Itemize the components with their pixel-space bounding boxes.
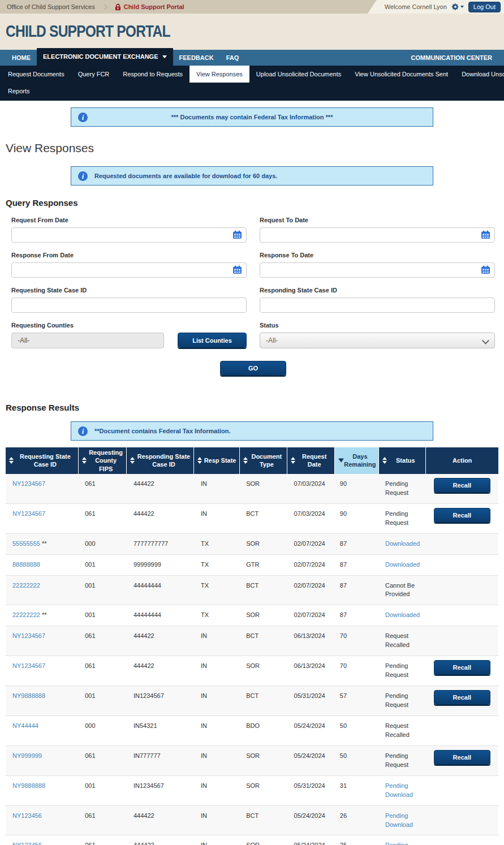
status-link[interactable]: Downloaded: [385, 611, 420, 620]
county-fips-cell: 001: [78, 605, 127, 626]
subnav-item-upload-unsolicited-documents[interactable]: Upload Unsolicited Documents: [249, 66, 348, 83]
calendar-icon[interactable]: [481, 265, 490, 277]
triangle-up-icon: [243, 457, 248, 460]
sort-desc-icon[interactable]: [338, 459, 344, 463]
settings-menu[interactable]: [451, 3, 464, 11]
subnav-item-request-documents[interactable]: Request Documents: [1, 66, 71, 83]
table-row: 8888888800199999999TXGTR02/07/202487Down…: [6, 554, 498, 575]
case-id-link[interactable]: NY123456: [12, 812, 42, 819]
sub-nav: Request DocumentsQuery FCRRespond to Req…: [0, 66, 504, 101]
subnav-item-view-unsolicited-documents-sent[interactable]: View Unsolicited Documents Sent: [348, 66, 455, 83]
nav-item-electronic-document-exchange[interactable]: ELECTRONIC DOCUMENT EXCHANGE: [37, 48, 173, 66]
request-to-date-input[interactable]: [260, 227, 495, 243]
status-link[interactable]: Pending Download: [385, 841, 423, 845]
logout-button[interactable]: Log Out: [468, 2, 501, 12]
results-section: Response Results i **Document contains F…: [0, 403, 504, 845]
case-id-link[interactable]: NY1234567: [12, 510, 45, 517]
request-date-cell: 02/07/2024: [287, 575, 335, 605]
recall-button[interactable]: Recall: [434, 690, 490, 705]
sort-icon[interactable]: [197, 457, 202, 464]
column-header-document-type[interactable]: Document Type: [239, 447, 287, 474]
subnav-item-query-fcr[interactable]: Query FCR: [71, 66, 117, 83]
breadcrumb-portal[interactable]: Child Support Portal: [115, 3, 184, 11]
column-header-resp-state[interactable]: Resp State: [194, 447, 239, 474]
responding-case-id-input[interactable]: [260, 298, 495, 313]
column-header-days-remaining[interactable]: Days Remaining: [335, 447, 378, 474]
response-from-date-input[interactable]: [11, 262, 247, 278]
sort-icon[interactable]: [243, 457, 248, 464]
recall-button[interactable]: Recall: [434, 660, 490, 675]
action-cell: [426, 533, 498, 554]
subnav-item-reports[interactable]: Reports: [1, 83, 37, 100]
case-id-link[interactable]: 55555555: [12, 540, 40, 547]
column-header-label: Document Type: [251, 453, 282, 468]
case-id-link[interactable]: 22222222: [12, 582, 40, 589]
status-link[interactable]: Pending Download: [385, 812, 423, 830]
column-header-request-date[interactable]: Request Date: [287, 447, 335, 474]
document-type-cell: BDO: [239, 715, 287, 745]
case-id-link[interactable]: NY1234567: [12, 632, 45, 639]
status-cell: Downloaded: [378, 533, 426, 554]
info-icon: i: [78, 426, 88, 436]
action-cell: Recall: [426, 745, 498, 775]
request-date-cell: 02/07/2024: [287, 554, 335, 575]
nav-item-feedback[interactable]: FEEDBACK: [173, 50, 220, 66]
case-id-link[interactable]: NY9888888: [12, 692, 45, 699]
days-remaining-cell: 25: [335, 835, 378, 845]
response-results-table: Requesting State Case IDRequesting Count…: [6, 447, 498, 845]
case-id-link[interactable]: 88888888: [12, 561, 40, 568]
response-to-date-input[interactable]: [260, 262, 495, 278]
sort-icon[interactable]: [130, 457, 135, 464]
recall-button[interactable]: Recall: [434, 478, 490, 493]
status-text: Pending Request: [385, 752, 423, 770]
sort-icon[interactable]: [291, 457, 295, 464]
request-from-date-input[interactable]: [11, 227, 247, 243]
nav-item-faq[interactable]: FAQ: [220, 50, 245, 66]
requesting-case-cell: 22222222**: [6, 605, 78, 626]
recall-button[interactable]: Recall: [434, 508, 490, 523]
status-link[interactable]: Downloaded: [385, 561, 420, 570]
subnav-item-respond-to-requests[interactable]: Respond to Requests: [116, 66, 189, 83]
status-select[interactable]: -All-: [260, 333, 495, 348]
fti-top-banner: i *** Documents may contain Federal Tax …: [71, 107, 433, 127]
case-id-link[interactable]: NY999999: [12, 752, 42, 759]
column-header-requesting-county-fips[interactable]: Requesting County FIPS: [78, 447, 127, 474]
query-responses-title: Query Responses: [6, 198, 504, 208]
status-link[interactable]: Downloaded: [385, 540, 420, 549]
triangle-down-icon: [197, 461, 202, 464]
subnav-item-download-unsolicited-documents[interactable]: Download Unsolicited Documents: [455, 66, 504, 83]
go-button[interactable]: GO: [220, 361, 286, 376]
column-header-status[interactable]: Status: [378, 447, 426, 474]
case-id-link[interactable]: 22222222: [12, 611, 40, 618]
case-id-link[interactable]: NY1234567: [12, 662, 45, 669]
case-id-link[interactable]: NY9888888: [12, 782, 45, 789]
column-header-requesting-state-case-id[interactable]: Requesting State Case ID: [6, 447, 78, 474]
sort-icon[interactable]: [9, 457, 14, 464]
status-cell: Pending Download: [378, 805, 426, 835]
document-type-cell: BCT: [239, 503, 287, 533]
requesting-case-cell: NY9888888: [6, 686, 78, 716]
nav-item-communication-center[interactable]: COMMUNICATION CENTER: [405, 50, 498, 66]
column-header-responding-state-case-id[interactable]: Responding State Case ID: [127, 447, 194, 474]
case-id-link[interactable]: NY123456: [12, 842, 42, 845]
resp-state-cell: TX: [194, 575, 239, 605]
sort-icon[interactable]: [382, 457, 387, 464]
calendar-icon[interactable]: [232, 230, 242, 242]
recall-button[interactable]: Recall: [434, 750, 490, 765]
case-id-link[interactable]: NY44444: [12, 722, 38, 729]
case-id-link[interactable]: NY1234567: [12, 480, 45, 487]
list-counties-button[interactable]: List Counties: [178, 333, 247, 348]
calendar-icon[interactable]: [232, 265, 242, 277]
calendar-icon[interactable]: [481, 230, 490, 242]
requesting-case-cell: NY1234567: [6, 474, 78, 503]
sort-icon[interactable]: [82, 457, 87, 464]
document-type-cell: SOR: [239, 745, 287, 775]
days-remaining-cell: 57: [335, 686, 378, 716]
responding-case-cell: 444422: [127, 656, 194, 686]
subnav-item-view-responses[interactable]: View Responses: [189, 66, 249, 83]
nav-item-home[interactable]: HOME: [6, 50, 37, 66]
requesting-case-id-input[interactable]: [11, 298, 247, 313]
breadcrumb-office[interactable]: Office of Child Support Services: [7, 3, 95, 10]
status-link[interactable]: Pending Download: [385, 782, 423, 800]
request-date-cell: 05/24/2024: [287, 715, 335, 745]
